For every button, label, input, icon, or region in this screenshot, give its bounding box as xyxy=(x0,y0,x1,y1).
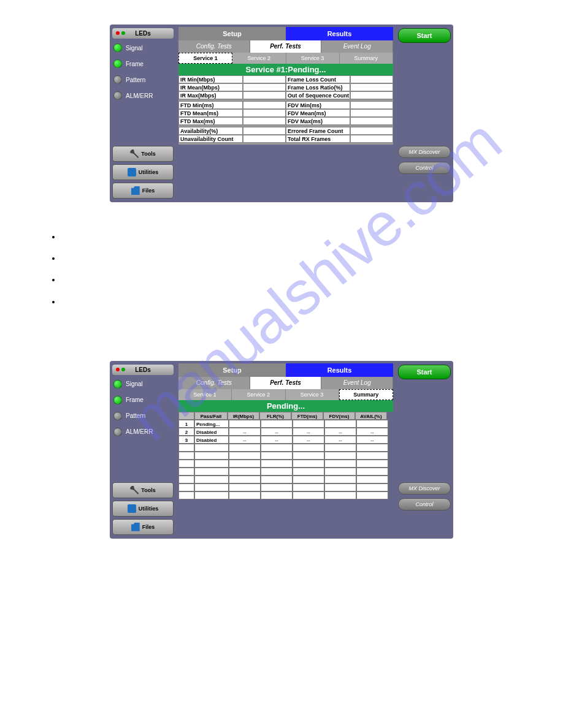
row-index xyxy=(178,444,194,452)
table-row xyxy=(178,483,393,491)
row-index xyxy=(178,452,194,460)
tools-button[interactable]: Tools xyxy=(112,146,174,162)
files-button[interactable]: Files xyxy=(112,519,174,535)
utilities-button[interactable]: Utilities xyxy=(112,501,174,517)
metric-row: FDV Mean(ms) xyxy=(286,109,393,117)
files-button[interactable]: Files xyxy=(112,183,174,199)
tab-service-1[interactable]: Service 1 xyxy=(178,389,232,400)
tab-results[interactable]: Results xyxy=(286,363,393,377)
files-icon xyxy=(131,186,140,195)
table-row xyxy=(178,468,393,476)
metric-label: Frame Loss Ratio(%) xyxy=(286,83,350,91)
tab-event-log[interactable]: Event Log xyxy=(321,40,393,53)
column-header: Pass/Fail xyxy=(194,412,228,420)
led-gray-icon xyxy=(113,412,122,420)
control-button[interactable]: Control xyxy=(398,162,451,174)
tab-summary[interactable]: Summary xyxy=(339,389,393,400)
data-cell: -- xyxy=(356,436,388,444)
tools-icon xyxy=(130,150,139,158)
table-row xyxy=(178,444,393,452)
top-tabs: Setup Results xyxy=(178,27,393,40)
metric-row: FTD Min(ms) xyxy=(178,101,286,109)
led-pattern: Pattern xyxy=(112,409,174,423)
files-icon xyxy=(131,523,140,531)
status-banner: Service #1:Pending... xyxy=(178,64,393,75)
data-cell: -- xyxy=(293,436,324,444)
tab-setup[interactable]: Setup xyxy=(178,27,286,40)
data-cell: -- xyxy=(356,428,388,436)
led-gray-icon xyxy=(113,91,122,100)
metric-row: Availability(%) xyxy=(178,127,286,135)
data-cell xyxy=(229,420,261,428)
data-cell xyxy=(261,491,293,499)
tab-perf-tests[interactable]: Perf. Tests xyxy=(250,40,322,53)
tab-summary[interactable]: Summary xyxy=(340,53,393,64)
metric-value xyxy=(350,135,393,143)
table-row xyxy=(178,452,393,460)
led-pattern: Pattern xyxy=(112,73,174,86)
tab-setup[interactable]: Setup xyxy=(178,363,286,377)
service-tabs: Service 1 Service 2 Service 3 Summary xyxy=(178,53,393,64)
data-cell xyxy=(324,452,356,460)
data-cell xyxy=(261,468,293,476)
metric-row: Unavailability Count xyxy=(178,135,286,143)
led-frame: Frame xyxy=(112,393,174,407)
pass-fail-cell xyxy=(194,444,229,452)
led-frame: Frame xyxy=(112,57,174,70)
metric-value xyxy=(350,109,393,117)
tab-service-3[interactable]: Service 3 xyxy=(286,53,340,64)
tab-event-log[interactable]: Event Log xyxy=(321,377,393,389)
tab-results[interactable]: Results xyxy=(286,27,393,40)
control-button[interactable]: Control xyxy=(398,498,451,510)
led-green-icon xyxy=(113,59,122,68)
row-index xyxy=(178,483,194,491)
start-button[interactable]: Start xyxy=(398,28,451,43)
metric-value xyxy=(350,83,393,91)
data-cell xyxy=(229,452,261,460)
tab-perf-tests[interactable]: Perf. Tests xyxy=(250,377,322,389)
metric-row: FDV Min(ms) xyxy=(286,101,393,109)
metric-value xyxy=(243,117,286,125)
tab-service-3[interactable]: Service 3 xyxy=(286,389,339,400)
tab-config-tests[interactable]: Config. Tests xyxy=(178,40,250,53)
metric-value xyxy=(350,127,393,135)
metric-label: Unavailability Count xyxy=(178,135,243,143)
column-header: FTD(ms) xyxy=(291,412,323,420)
leds-button[interactable]: LEDs xyxy=(112,365,174,375)
utilities-button[interactable]: Utilities xyxy=(112,164,174,180)
tab-service-1[interactable]: Service 1 xyxy=(178,53,232,64)
data-cell xyxy=(293,468,324,476)
mx-discover-button[interactable]: MX Discover xyxy=(398,482,451,495)
data-cell xyxy=(356,460,388,468)
column-header: FDV(ms) xyxy=(323,412,355,420)
tools-icon xyxy=(130,486,139,495)
data-cell xyxy=(324,460,356,468)
tab-config-tests[interactable]: Config. Tests xyxy=(178,377,250,389)
metrics-group: IR Min(Mbps)IR Mean(Mbps)IR Max(Mbps)Fra… xyxy=(178,75,393,101)
metric-value xyxy=(243,91,286,99)
data-cell: -- xyxy=(229,428,261,436)
data-cell xyxy=(356,420,388,428)
column-header: FLR(%) xyxy=(259,412,291,420)
tab-service-2[interactable]: Service 2 xyxy=(232,389,285,400)
row-index xyxy=(178,468,194,476)
tools-button[interactable]: Tools xyxy=(112,482,174,498)
data-cell xyxy=(324,468,356,476)
utilities-icon xyxy=(128,504,136,513)
data-cell xyxy=(293,452,324,460)
table-row: 1Pending... xyxy=(178,420,393,428)
metric-label: Total RX Frames xyxy=(286,135,350,143)
data-cell xyxy=(229,460,261,468)
led-green-icon xyxy=(113,380,122,389)
data-cell xyxy=(229,468,261,476)
mx-discover-button[interactable]: MX Discover xyxy=(398,146,451,158)
metric-row: FTD Max(ms) xyxy=(178,117,286,125)
metric-row: Frame Loss Count xyxy=(286,75,393,83)
metric-row: Errored Frame Count xyxy=(286,127,393,135)
row-index xyxy=(178,476,194,483)
start-button[interactable]: Start xyxy=(398,365,451,379)
leds-button[interactable]: LEDs xyxy=(112,28,174,39)
tab-service-2[interactable]: Service 2 xyxy=(232,53,286,64)
metric-value xyxy=(243,109,286,117)
pass-fail-cell xyxy=(194,452,229,460)
